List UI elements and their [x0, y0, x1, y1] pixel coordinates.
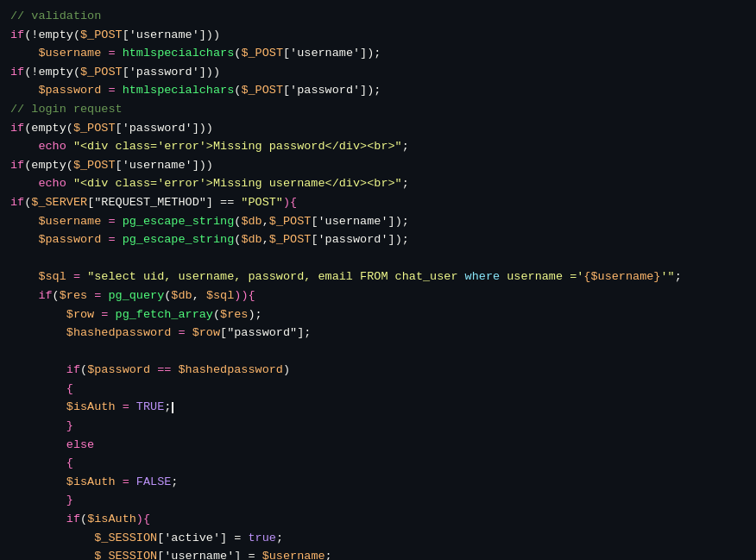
code-line: if($isAuth){: [10, 510, 746, 529]
code-line: [10, 343, 746, 362]
code-line: $password = pg_escape_string($db,$_POST[…: [10, 230, 746, 249]
code-line: if($_SERVER["REQUEST_METHOD"] == "POST")…: [10, 193, 746, 212]
code-line: }: [10, 417, 746, 436]
code-line: if($res = pg_query($db, $sql)){: [10, 286, 746, 305]
code-line: $_SESSION['username'] = $username;: [10, 547, 746, 560]
code-line: $username = htmlspecialchars($_POST['use…: [10, 44, 746, 63]
code-line: $isAuth = FALSE;: [10, 473, 746, 492]
code-line: $username = pg_escape_string($db,$_POST[…: [10, 212, 746, 231]
code-line: if(!empty($_POST['password'])): [10, 63, 746, 82]
code-line: if(empty($_POST['password'])): [10, 119, 746, 138]
code-line: $sql = "select uid, username, password, …: [10, 267, 746, 286]
code-line: if($password == $hashedpassword): [10, 361, 746, 380]
code-line: // login request: [10, 100, 746, 119]
code-line: }: [10, 491, 746, 510]
code-line: $hashedpassword = $row["password"];: [10, 324, 746, 343]
code-editor: // validationif(!empty($_POST['username'…: [0, 0, 756, 560]
code-line: $password = htmlspecialchars($_POST['pas…: [10, 81, 746, 100]
code-lines: // validationif(!empty($_POST['username'…: [10, 7, 746, 560]
code-line: if(!empty($_POST['username'])): [10, 26, 746, 45]
code-line: {: [10, 454, 746, 473]
code-line: else: [10, 436, 746, 455]
code-line: $row = pg_fetch_array($res);: [10, 305, 746, 324]
code-line: if(empty($_POST['username'])): [10, 156, 746, 175]
code-line: echo "<div class='error'>Missing usernam…: [10, 174, 746, 193]
code-line: $_SESSION['active'] = true;: [10, 529, 746, 548]
code-line: $isAuth = TRUE;: [10, 398, 746, 417]
code-line: // validation: [10, 7, 746, 26]
code-line: echo "<div class='error'>Missing passwor…: [10, 137, 746, 156]
code-line: [10, 249, 746, 268]
code-line: {: [10, 380, 746, 399]
